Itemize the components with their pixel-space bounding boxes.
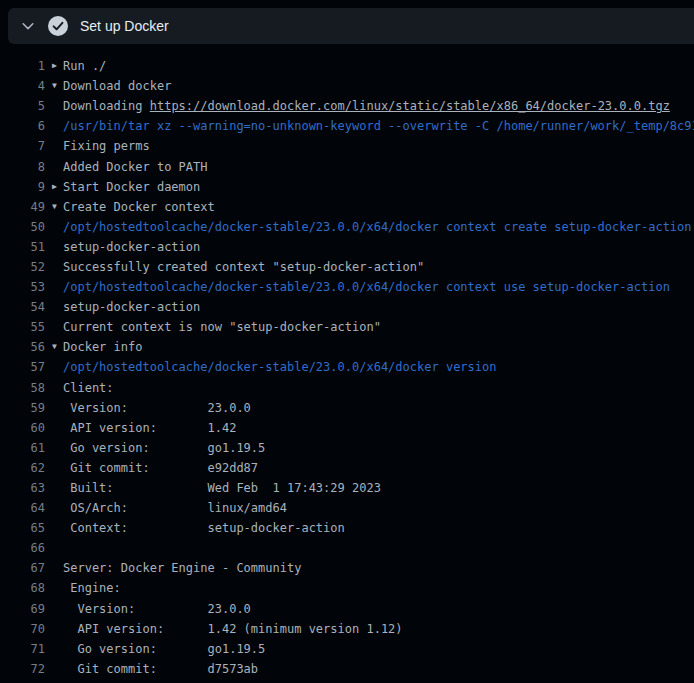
line-number[interactable]: 54: [0, 300, 45, 314]
log-command-text: /opt/hostedtoolcache/docker-stable/23.0.…: [63, 220, 692, 234]
log-link[interactable]: https://download.docker.com/linux/static…: [150, 99, 670, 113]
log-text: OS/Arch: linux/amd64: [63, 501, 287, 515]
check-circle-icon: [48, 16, 68, 36]
log-text: Fixing perms: [63, 139, 150, 153]
step-title: Set up Docker: [80, 18, 169, 34]
log-text: Version: 23.0.0: [63, 602, 251, 616]
log-text: Successfully created context "setup-dock…: [63, 260, 424, 274]
log-line: 7Fixing perms: [0, 136, 694, 156]
log-text: API version: 1.42: [63, 421, 236, 435]
line-number[interactable]: 49: [0, 200, 45, 214]
log-text: Client:: [63, 381, 114, 395]
log-line: 52Successfully created context "setup-do…: [0, 257, 694, 277]
log-text: Added Docker to PATH: [63, 160, 208, 174]
log-text: Go version: go1.19.5: [63, 642, 265, 656]
log-text: Built: Wed Feb 1 17:43:29 2023: [63, 481, 381, 495]
line-number[interactable]: 61: [0, 441, 45, 455]
log-line: 59 Version: 23.0.0: [0, 398, 694, 418]
log-line: 50/opt/hostedtoolcache/docker-stable/23.…: [0, 217, 694, 237]
line-number[interactable]: 51: [0, 240, 45, 254]
step-header[interactable]: Set up Docker: [8, 8, 694, 44]
log-text: Git commit: d7573ab: [63, 662, 258, 676]
log-line: 66: [0, 538, 694, 558]
line-number[interactable]: 50: [0, 220, 45, 234]
log-line: 67Server: Docker Engine - Community: [0, 558, 694, 578]
line-number[interactable]: 1: [0, 59, 45, 73]
line-number[interactable]: 7: [0, 139, 45, 153]
line-number[interactable]: 5: [0, 99, 45, 113]
line-number[interactable]: 59: [0, 401, 45, 415]
log-text: Version: 23.0.0: [63, 401, 251, 415]
log-line: 60 API version: 1.42: [0, 418, 694, 438]
log-group-row[interactable]: 4▼Download docker: [0, 76, 694, 96]
log-group-row[interactable]: 1▶Run ./: [0, 56, 694, 76]
log-line: 55Current context is now "setup-docker-a…: [0, 317, 694, 337]
log-line: 8Added Docker to PATH: [0, 156, 694, 176]
line-number[interactable]: 55: [0, 320, 45, 334]
line-number[interactable]: 4: [0, 79, 45, 93]
workflow-log-page: Set up Docker 1▶Run ./4▼Download docker5…: [0, 0, 694, 683]
log-line: 72 Git commit: d7573ab: [0, 659, 694, 679]
line-number[interactable]: 70: [0, 622, 45, 636]
log-group-row[interactable]: 49▼Create Docker context: [0, 197, 694, 217]
line-number[interactable]: 9: [0, 180, 45, 194]
log-text: Start Docker daemon: [63, 180, 200, 194]
log-line: 70 API version: 1.42 (minimum version 1.…: [0, 619, 694, 639]
log-text: Server: Docker Engine - Community: [63, 561, 301, 575]
line-number[interactable]: 6: [0, 119, 45, 133]
log-line: 65 Context: setup-docker-action: [0, 518, 694, 538]
log-line: 54setup-docker-action: [0, 297, 694, 317]
log-text: Docker info: [63, 340, 142, 354]
triangle-right-icon: ▶: [45, 183, 63, 191]
line-number[interactable]: 62: [0, 461, 45, 475]
line-number[interactable]: 58: [0, 381, 45, 395]
log-text: setup-docker-action: [63, 240, 200, 254]
chevron-down-icon[interactable]: [20, 18, 36, 34]
log-line: 5Downloading https://download.docker.com…: [0, 96, 694, 116]
line-number[interactable]: 57: [0, 360, 45, 374]
log-command-text: /opt/hostedtoolcache/docker-stable/23.0.…: [63, 280, 670, 294]
log-group-row[interactable]: 56▼Docker info: [0, 337, 694, 357]
log-line: 57/opt/hostedtoolcache/docker-stable/23.…: [0, 357, 694, 377]
line-number[interactable]: 67: [0, 561, 45, 575]
triangle-down-icon: ▼: [45, 343, 63, 351]
log-text: Run ./: [63, 59, 106, 73]
log-line: 68 Engine:: [0, 578, 694, 598]
line-number[interactable]: 68: [0, 581, 45, 595]
log-line: 61 Go version: go1.19.5: [0, 438, 694, 458]
log-line: 71 Go version: go1.19.5: [0, 639, 694, 659]
line-number[interactable]: 71: [0, 642, 45, 656]
log-command-text: /usr/bin/tar xz --warning=no-unknown-key…: [63, 119, 694, 133]
log-line: 6/usr/bin/tar xz --warning=no-unknown-ke…: [0, 116, 694, 136]
log-line: 51setup-docker-action: [0, 237, 694, 257]
log-line: 62 Git commit: e92dd87: [0, 458, 694, 478]
log-text: API version: 1.42 (minimum version 1.12): [63, 622, 403, 636]
line-number[interactable]: 65: [0, 521, 45, 535]
line-number[interactable]: 69: [0, 602, 45, 616]
line-number[interactable]: 64: [0, 501, 45, 515]
log-text: Downloading https://download.docker.com/…: [63, 99, 670, 113]
log-line: 64 OS/Arch: linux/amd64: [0, 498, 694, 518]
log-line: 53/opt/hostedtoolcache/docker-stable/23.…: [0, 277, 694, 297]
log-text: Context: setup-docker-action: [63, 521, 345, 535]
log-text: Download docker: [63, 79, 171, 93]
log-text: Current context is now "setup-docker-act…: [63, 320, 381, 334]
log-line: 58Client:: [0, 378, 694, 398]
line-number[interactable]: 56: [0, 340, 45, 354]
line-number[interactable]: 66: [0, 541, 45, 555]
log-container: 1▶Run ./4▼Download docker5Downloading ht…: [0, 44, 694, 683]
line-number[interactable]: 63: [0, 481, 45, 495]
log-text: Engine:: [63, 581, 121, 595]
line-number[interactable]: 60: [0, 421, 45, 435]
line-number[interactable]: 72: [0, 662, 45, 676]
log-group-row[interactable]: 9▶Start Docker daemon: [0, 177, 694, 197]
log-text: Create Docker context: [63, 200, 215, 214]
line-number[interactable]: 53: [0, 280, 45, 294]
triangle-down-icon: ▼: [45, 203, 63, 211]
log-command-text: /opt/hostedtoolcache/docker-stable/23.0.…: [63, 360, 496, 374]
log-text: setup-docker-action: [63, 300, 200, 314]
log-text: Git commit: e92dd87: [63, 461, 258, 475]
line-number[interactable]: 52: [0, 260, 45, 274]
line-number[interactable]: 8: [0, 160, 45, 174]
log-line: 69 Version: 23.0.0: [0, 599, 694, 619]
